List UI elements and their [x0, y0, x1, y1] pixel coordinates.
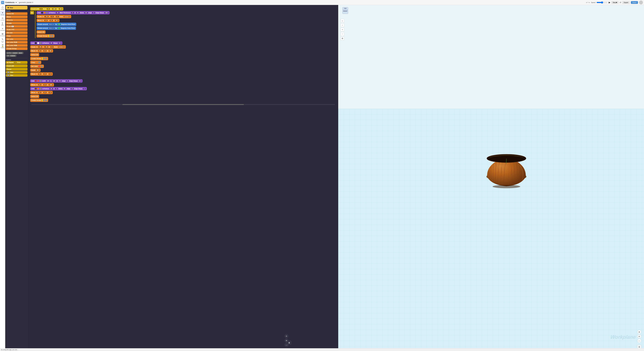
repeat-block-btn[interactable]: 🔁 Repeat 1 Times [6, 61, 28, 64]
vp-zoom-reset[interactable]: — [638, 339, 641, 343]
times-label: Times [17, 62, 20, 63]
set-size-palette-btn[interactable]: Set size [6, 31, 28, 34]
size-axis-dropdown[interactable]: X-axis ▾ [10, 55, 16, 57]
export-button[interactable]: Export [622, 1, 630, 4]
mz-val-1: 50 [55, 20, 58, 22]
select-all-palette-btn[interactable]: Select All [6, 12, 28, 15]
add-cylinder-block[interactable]: Add ◀ Radius 20 H 3 Sides 64 edge 0 Edge… [30, 87, 336, 91]
position-pill[interactable]: position X-axis ▾ min ▾ [6, 52, 24, 54]
create-group-block-3[interactable]: Create Group [30, 99, 336, 102]
avatar[interactable] [639, 1, 643, 5]
copy-palette-btn[interactable]: Copy [6, 35, 28, 37]
position-min-dropdown[interactable]: min ▾ [18, 52, 22, 54]
zoom-in-btn[interactable]: + [340, 28, 344, 32]
pause-palette-btn[interactable]: Pause [6, 68, 28, 71]
sidebar-item-legacy[interactable]: ⌛ Legacy [0, 44, 5, 49]
add-text-3: Add [31, 80, 34, 82]
blocks-scrollbar[interactable] [31, 104, 335, 105]
step-button[interactable]: Step ▶ [612, 1, 618, 4]
zoom-out-btn[interactable]: − [340, 32, 344, 36]
color-dot-1 [44, 12, 46, 14]
move-block-5[interactable]: Move: X: 0 Y: 0 Z: 2 [30, 91, 336, 95]
move-text-2: Move: [31, 50, 36, 52]
select-all-block-3[interactable]: Select All [30, 95, 336, 98]
sphere-dot [35, 42, 37, 44]
vp-zoom-out[interactable]: ⊖ [638, 334, 641, 338]
create-group-block-1[interactable]: Create Group [36, 34, 336, 38]
create-group-palette-btn[interactable]: Create Group [6, 47, 28, 50]
add-block-1[interactable]: Add ◀ Radius 49 Wall Thickness 6 H 40 Si… [36, 11, 336, 15]
box-dot-solid [35, 80, 37, 82]
from-dropdown-2[interactable]: center ▾ [58, 46, 65, 48]
share-button[interactable]: Share [631, 1, 638, 4]
scale-block-1[interactable]: Scale: X: .75 Y: 1 Z: 1 from: center ▾ [36, 15, 336, 19]
blocks-scroll-thumb[interactable] [122, 104, 244, 105]
cube-front-face[interactable]: FRONT [342, 10, 348, 14]
sidebar-item-control[interactable]: ⊙ Control [0, 16, 5, 22]
settings-btn[interactable]: ⚙ [340, 37, 344, 40]
move-block-2[interactable]: Move: X: 0 Y: 0 Z: 50 [30, 49, 336, 53]
count-with-block-btn[interactable]: Count with [6, 64, 28, 67]
cube-top-face[interactable]: TOP [342, 7, 348, 10]
move-palette-btn[interactable]: Move [6, 16, 28, 18]
home-btn[interactable]: ⌂ [340, 19, 344, 23]
set-color-hsb-palette-btn[interactable]: Set color HSB [6, 44, 28, 47]
sidebar-item-variables[interactable]: ≡ Variables [0, 27, 5, 32]
then-label1: then [10, 72, 13, 73]
sidebar-item-modify[interactable]: ✦ Modify [0, 11, 5, 16]
create-group-block-2[interactable]: Create Group [30, 57, 336, 61]
select-all-block-1[interactable]: Select All [36, 30, 336, 34]
scale-block-2[interactable]: Scale: X: .75 Y: .75 Z: 1 from: center ▾ [30, 45, 336, 49]
size-pill[interactable]: size X-axis ▾ [6, 55, 16, 57]
set-color-rgb-palette-btn[interactable]: Set color RGB [6, 41, 28, 44]
axis-dropdown-2[interactable]: Axis z ▾ [48, 27, 55, 29]
undo-button[interactable]: ↩ [586, 2, 588, 4]
arrow-4: ◀ [42, 88, 44, 90]
play-button[interactable]: ▶ [609, 1, 610, 4]
h-val-1: 40 [76, 12, 79, 14]
copy-dot-1 [36, 62, 38, 63]
if-then-btn2[interactable]: if then [6, 74, 28, 77]
cube-navigator[interactable]: TOP FRONT [340, 7, 350, 17]
mat-dot-2 [40, 42, 42, 44]
count-with-block[interactable]: Count with i from 0 to 160 by 20 [30, 7, 336, 11]
star-button[interactable]: ★ Star [6, 6, 28, 10]
rotate-palette-btn[interactable]: Rotate [6, 22, 28, 25]
count-with-text: Count with [31, 8, 39, 10]
move-block-3[interactable]: Move: X: 0 Y: 0 Z: 1 [30, 72, 336, 76]
add-sphere-block[interactable]: Add ◀ Radius 49 Steps 64 [30, 42, 336, 45]
move-to-palette-btn[interactable]: Move to [6, 19, 28, 22]
trash-button[interactable]: 🗑 [287, 341, 291, 345]
scale-95-block[interactable]: Scale .95 [30, 69, 336, 72]
rotate-block-1[interactable]: Rotate around Axis x ▾ by 0 Degrees from… [36, 23, 336, 26]
sidebar-item-shapes[interactable]: ⬡ Shapes [0, 6, 5, 11]
vp-zoom-in[interactable]: ⊕ [638, 330, 641, 334]
select-all-block-2[interactable]: Select All [30, 53, 336, 57]
sidebar-item-math[interactable]: ∑ Math [0, 22, 5, 27]
set-color-block[interactable]: Set color [30, 65, 336, 68]
scale-palette-btn[interactable]: Scale 1 [6, 25, 28, 28]
edge-steps-val-4: 1 [83, 88, 86, 90]
position-axis-dropdown[interactable]: X-axis ▾ [12, 52, 18, 54]
mz-val-2: 50 [49, 50, 52, 52]
speed-slider[interactable] [596, 2, 608, 4]
scale-xyz-palette-btn[interactable]: Scale XYZ [6, 28, 28, 31]
move-block-4[interactable]: Move: X: 0 Y: 0 Z: 100 [30, 83, 336, 87]
from-dropdown-1[interactable]: center ▾ [64, 16, 70, 18]
copy-block[interactable]: Copy [30, 61, 336, 64]
redo-button[interactable]: ↪ [588, 2, 590, 4]
my-label-4: Y: [42, 84, 43, 86]
set-color-palette-btn[interactable]: Set color [6, 38, 28, 41]
move-block-1[interactable]: Move: X: 0 Y: 0 Z: 50 [36, 19, 336, 22]
rotate-block-2[interactable]: Rotate around Axis z ▾ by i Degrees from… [36, 27, 336, 30]
add-box-block[interactable]: Add ◀ W 180 L 180 H 70 edge 0 Edge Steps… [30, 79, 336, 83]
axis-dropdown-1[interactable]: Axis x ▾ [48, 24, 55, 25]
math-icon: ∑ [2, 22, 3, 25]
sidebar-item-markup[interactable]: ✎ Mark Up [0, 38, 5, 44]
mz-label-1: Z: [53, 20, 55, 21]
sidebar-item-templates[interactable]: ⊞ Templates [0, 32, 5, 37]
orbit-btn[interactable]: ↕ [340, 23, 344, 27]
blocks-zoom-fit-btn[interactable]: ⊙ [284, 334, 288, 338]
if-then-btn1[interactable]: if then [6, 71, 28, 74]
refresh-button[interactable]: ↺ [620, 2, 621, 4]
